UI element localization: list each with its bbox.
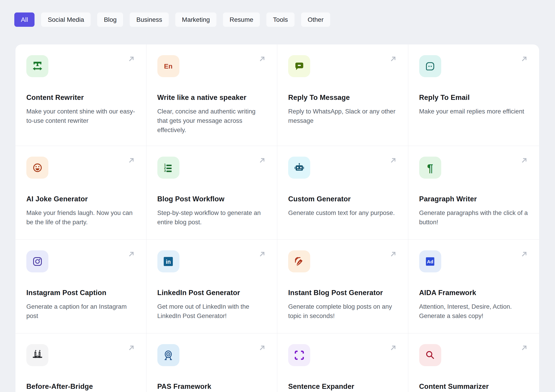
tool-title: Before-After-Bridge (26, 383, 135, 391)
numbered-list-icon: 1 2 3 (162, 162, 174, 174)
tool-title: Write like a native speaker (157, 94, 266, 102)
arrow-up-right-icon[interactable] (127, 156, 136, 165)
tool-card[interactable]: Content Rewriter Make your content shine… (15, 44, 146, 146)
tool-title: Reply To Message (288, 94, 397, 102)
tool-icon-tile: in (157, 250, 179, 272)
tool-description: Generate paragraphs with the click of a … (419, 208, 528, 227)
arrow-up-right-icon[interactable] (257, 156, 267, 165)
tool-card[interactable]: Sentence Expander (277, 334, 408, 392)
arrow-up-right-icon[interactable] (127, 54, 136, 64)
arrow-up-right-icon[interactable] (127, 250, 136, 259)
tool-title: Content Rewriter (26, 94, 135, 102)
tool-title: AIDA Framework (419, 289, 528, 297)
tool-icon-tile: Ad (419, 250, 441, 272)
tool-description: Make your content shine with our easy-to… (26, 107, 135, 125)
tool-icon-tile (419, 344, 441, 366)
tool-card[interactable]: Reply To Message Reply to WhatsApp, Slac… (277, 44, 408, 146)
tool-icon-tile (157, 344, 179, 366)
filter-tab-resume[interactable]: Resume (223, 13, 260, 27)
en-language-icon: En (162, 60, 174, 72)
arrow-up-right-icon[interactable] (127, 343, 136, 353)
tool-icon-tile (288, 344, 310, 366)
tool-card[interactable]: Content Summarizer (408, 334, 539, 392)
tool-icon-tile (288, 55, 310, 77)
tool-title: Instant Blog Post Generator (288, 289, 397, 297)
filter-tab-tools[interactable]: Tools (266, 13, 294, 27)
tool-card[interactable]: ¶ Paragraph Writer Generate paragraphs w… (408, 146, 539, 240)
filter-bar: AllSocial MediaBlogBusinessMarketingResu… (14, 13, 330, 27)
tool-card[interactable]: PAS Framework (146, 334, 278, 392)
filter-tab-business[interactable]: Business (130, 13, 169, 27)
tool-card[interactable]: AI Joke Generator Make your friends laug… (15, 146, 146, 240)
tool-icon-tile (288, 250, 310, 272)
tool-icon-tile: 1 2 3 (157, 157, 179, 179)
tool-description: Attention, Interest, Desire, Action. Gen… (419, 302, 528, 320)
tool-icon-tile (26, 250, 48, 272)
arrow-up-right-icon[interactable] (388, 156, 398, 165)
app: { "colors": { "page_bg": "#eef0f4", "pan… (0, 0, 555, 392)
robot-icon (293, 162, 305, 174)
tool-icon-tile (419, 55, 441, 77)
pilcrow-icon: ¶ (424, 162, 436, 174)
svg-text:¶: ¶ (427, 162, 433, 174)
tool-title: Sentence Expander (288, 383, 397, 391)
arrow-up-right-icon[interactable] (388, 250, 398, 259)
arrow-up-right-icon[interactable] (257, 250, 267, 259)
filter-tab-other[interactable]: Other (301, 13, 330, 27)
ad-badge-icon: Ad (424, 256, 436, 267)
tool-card[interactable]: Reply To Email Make your email replies m… (408, 44, 539, 146)
svg-text:En: En (164, 62, 172, 70)
tool-icon-tile (26, 157, 48, 179)
arrow-up-right-icon[interactable] (388, 343, 398, 353)
tool-title: PAS Framework (157, 383, 266, 391)
message-dots-icon (424, 60, 436, 72)
bridge-icon (32, 349, 43, 361)
tool-icon-tile (26, 344, 48, 366)
smiley-icon (32, 162, 43, 174)
tool-card[interactable]: Ad AIDA Framework Attention, Interest, D… (408, 240, 539, 334)
arrow-up-right-icon[interactable] (519, 343, 529, 353)
svg-text:3: 3 (164, 169, 166, 173)
arrow-up-right-icon[interactable] (519, 156, 529, 165)
filter-tab-marketing[interactable]: Marketing (175, 13, 216, 27)
tool-title: AI Joke Generator (26, 195, 135, 203)
tool-description: Generate custom text for any purpose. (288, 208, 397, 218)
tool-card[interactable]: in LinkedIn Post Generator Get more out … (146, 240, 278, 334)
arrow-up-right-icon[interactable] (388, 54, 398, 64)
arrow-up-right-icon[interactable] (519, 54, 529, 64)
filter-tab-all[interactable]: All (14, 13, 35, 27)
svg-text:in: in (166, 259, 171, 265)
arrow-up-right-icon[interactable] (519, 250, 529, 259)
tool-title: LinkedIn Post Generator (157, 289, 266, 297)
tool-icon-tile: En (157, 55, 179, 77)
tool-card[interactable]: Custom Generator Generate custom text fo… (277, 146, 408, 240)
instagram-icon (32, 256, 43, 267)
tool-description: Generate a caption for an Instagram post (26, 302, 135, 320)
tool-title: Paragraph Writer (419, 195, 528, 203)
tool-card[interactable]: Instagram Post Caption Generate a captio… (15, 240, 146, 334)
arrow-up-right-icon[interactable] (257, 54, 267, 64)
quill-signal-icon (293, 256, 305, 267)
filter-tab-blog[interactable]: Blog (97, 13, 123, 27)
tool-card[interactable]: En Write like a native speaker Clear, co… (146, 44, 278, 146)
tool-icon-tile (26, 55, 48, 77)
tool-icon-tile: ¶ (419, 157, 441, 179)
tool-description: Reply to WhatsApp, Slack or any other me… (288, 107, 397, 125)
tool-description: Step-by-step workflow to generate an ent… (157, 208, 266, 227)
expand-icon (293, 349, 305, 361)
linkedin-icon: in (162, 256, 174, 267)
tool-card[interactable]: 1 2 3 Blog Post Workflow Step-by-step wo… (146, 146, 278, 240)
tool-title: Content Summarizer (419, 383, 528, 391)
text-width-icon (32, 60, 43, 72)
tool-description: Make your friends laugh. Now you can be … (26, 208, 135, 227)
filter-tab-social-media[interactable]: Social Media (41, 13, 91, 27)
target-stand-icon (162, 349, 174, 361)
tool-card[interactable]: Before-After-Bridge (15, 334, 146, 392)
tools-grid: Content Rewriter Make your content shine… (15, 44, 539, 392)
tool-icon-tile (288, 157, 310, 179)
arrow-up-right-icon[interactable] (257, 343, 267, 353)
tool-title: Reply To Email (419, 94, 528, 102)
tool-card[interactable]: Instant Blog Post Generator Generate com… (277, 240, 408, 334)
tool-description: Generate complete blog posts on any topi… (288, 302, 397, 320)
magnifier-icon (424, 349, 436, 361)
